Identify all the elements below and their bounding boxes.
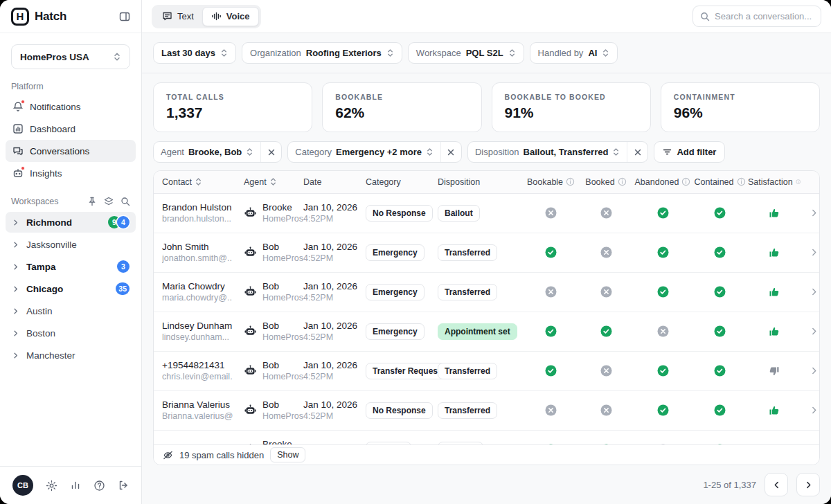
usage-chart-icon[interactable] bbox=[70, 480, 81, 491]
layers-icon[interactable] bbox=[104, 197, 114, 206]
search-icon bbox=[700, 12, 710, 21]
info-icon[interactable] bbox=[796, 177, 801, 186]
info-icon[interactable] bbox=[618, 177, 627, 186]
row-open-chevron-icon[interactable] bbox=[801, 208, 819, 217]
status-check-icon bbox=[545, 365, 557, 377]
category-badge: Transfer Request bbox=[366, 363, 447, 379]
filter-date-range[interactable]: Last 30 days bbox=[153, 42, 236, 64]
info-icon[interactable] bbox=[681, 177, 690, 186]
remove-chip-icon[interactable] bbox=[440, 142, 461, 162]
table-row[interactable]: Lindsey Dunham lindsey.dunham... Bob Hom… bbox=[154, 312, 819, 352]
updown-chevron-icon bbox=[386, 48, 394, 57]
org-selector[interactable]: HomePros USA bbox=[11, 44, 130, 69]
app-window: H Hatch HomePros USA Platform Notificati… bbox=[0, 0, 831, 504]
remove-chip-icon[interactable] bbox=[260, 142, 281, 162]
prev-page-button[interactable] bbox=[765, 473, 788, 496]
sidebar-item-dashboard[interactable]: Dashboard bbox=[6, 118, 136, 140]
info-icon[interactable] bbox=[566, 177, 575, 186]
voice-waveform-icon bbox=[211, 11, 222, 21]
filter-handled-by[interactable]: Handled by AI bbox=[530, 42, 618, 64]
workspace-item[interactable]: Jasksonville bbox=[6, 234, 136, 255]
row-open-chevron-icon[interactable] bbox=[801, 287, 819, 296]
add-filter-button[interactable]: Add filter bbox=[654, 141, 725, 163]
eye-off-icon bbox=[163, 450, 173, 460]
logout-icon[interactable] bbox=[118, 480, 129, 491]
notification-dot bbox=[21, 100, 25, 104]
sidebar-item-notifications[interactable]: Notifications bbox=[6, 96, 136, 118]
agent-org: HomePros bbox=[262, 332, 303, 342]
workspaces-section-label: Workspaces bbox=[11, 197, 59, 206]
pin-icon[interactable] bbox=[87, 197, 97, 206]
filter-workspace[interactable]: Workspace PQL S2L bbox=[408, 42, 524, 64]
info-icon[interactable] bbox=[737, 177, 746, 186]
category-badge: Emergency bbox=[366, 323, 425, 340]
table-row[interactable]: Brooke HomePros Jan 10, 2026 bbox=[154, 431, 819, 444]
workspace-name: Boston bbox=[26, 328, 55, 339]
platform-nav: Notifications Dashboard Conversations bbox=[0, 91, 141, 184]
remove-chip-icon[interactable] bbox=[627, 142, 647, 162]
table-row[interactable]: Maria Chowdry maria.chowdry@.. Bob HomeP… bbox=[154, 273, 819, 312]
workspace-item[interactable]: Chicago 35 bbox=[6, 278, 136, 299]
status-x-icon bbox=[545, 207, 557, 219]
call-date: Jan 10, 2026 bbox=[303, 281, 357, 291]
status-x-icon bbox=[600, 404, 612, 416]
tab-text-mode[interactable]: Text bbox=[154, 7, 202, 26]
stat-label: TOTAL CALLS bbox=[166, 93, 299, 101]
gear-icon[interactable] bbox=[46, 480, 57, 492]
row-open-chevron-icon[interactable] bbox=[801, 327, 819, 336]
updown-chevron-icon bbox=[602, 48, 609, 57]
agent-name: Brooke bbox=[262, 439, 303, 444]
table-row[interactable]: John Smith jonathon.smith@.. Bob HomePro… bbox=[154, 233, 819, 273]
thumb-up-icon bbox=[769, 208, 780, 219]
add-filter-label: Add filter bbox=[677, 147, 716, 157]
col-category: Category bbox=[366, 177, 438, 187]
help-icon[interactable] bbox=[93, 480, 105, 492]
stat-value: 91% bbox=[505, 105, 638, 121]
stat-value: 62% bbox=[335, 105, 468, 121]
chip-dropdown[interactable]: Category Emergency +2 more bbox=[288, 142, 440, 162]
stat-total-calls: TOTAL CALLS 1,337 bbox=[153, 82, 312, 132]
workspace-item[interactable]: Austin bbox=[6, 300, 136, 321]
category-badge: No Response bbox=[366, 402, 433, 419]
search-icon[interactable] bbox=[120, 197, 130, 206]
conversation-search[interactable] bbox=[692, 6, 821, 27]
status-check-icon bbox=[714, 286, 726, 298]
filter-organization[interactable]: Organization Roofing Exteriors bbox=[242, 42, 402, 64]
workspace-name: Chicago bbox=[26, 284, 63, 294]
table-row[interactable]: Brianna Valerius Brianna.valerius@ Bob H… bbox=[154, 391, 819, 431]
org-selector-value: HomePros USA bbox=[20, 52, 89, 62]
workspace-item[interactable]: Boston bbox=[6, 323, 136, 343]
row-open-chevron-icon[interactable] bbox=[801, 406, 819, 415]
call-date: Jan 10, 2026 bbox=[303, 399, 357, 410]
chevron-right-icon bbox=[12, 263, 19, 271]
hatch-logo-icon: H bbox=[11, 8, 29, 26]
show-spam-button[interactable]: Show bbox=[270, 447, 305, 462]
filter-bar: Last 30 days Organization Roofing Exteri… bbox=[142, 33, 831, 73]
next-page-button[interactable] bbox=[796, 473, 820, 496]
workspace-item[interactable]: Tampa 3 bbox=[6, 256, 136, 277]
col-contact[interactable]: Contact bbox=[162, 177, 244, 187]
table-row[interactable]: Brandon Hulston brandon.hulston... Brook… bbox=[154, 194, 819, 233]
tab-voice-mode[interactable]: Voice bbox=[202, 7, 259, 26]
col-agent[interactable]: Agent bbox=[244, 177, 303, 187]
workspace-badges: 3 bbox=[117, 260, 129, 273]
user-avatar[interactable]: CB bbox=[12, 475, 33, 496]
sidebar-collapse-icon[interactable] bbox=[119, 11, 130, 22]
sidebar-item-conversations[interactable]: Conversations bbox=[6, 140, 136, 162]
table-row[interactable]: +19544821431 chris.levin@email. Bob Home… bbox=[154, 352, 819, 391]
row-open-chevron-icon[interactable] bbox=[801, 248, 819, 257]
call-date: Jan 10, 2026 bbox=[303, 321, 357, 331]
workspace-badges: 94 bbox=[108, 216, 129, 228]
row-open-chevron-icon[interactable] bbox=[801, 366, 819, 375]
chevron-left-icon bbox=[772, 480, 781, 489]
workspace-item[interactable]: Manchester bbox=[6, 345, 136, 366]
contact-name: +19544821431 bbox=[162, 360, 224, 370]
workspace-item[interactable]: Richmond 94 bbox=[6, 212, 136, 233]
filter-value: Last 30 days bbox=[161, 48, 215, 58]
search-input[interactable] bbox=[715, 11, 814, 21]
sidebar-item-insights[interactable]: Insights bbox=[6, 162, 136, 184]
agent-bot-icon bbox=[244, 325, 257, 338]
chip-dropdown[interactable]: Agent Brooke, Bob bbox=[154, 142, 260, 162]
stat-value: 1,337 bbox=[166, 105, 299, 121]
chip-dropdown[interactable]: Disposition Bailout, Transferred bbox=[468, 142, 627, 162]
